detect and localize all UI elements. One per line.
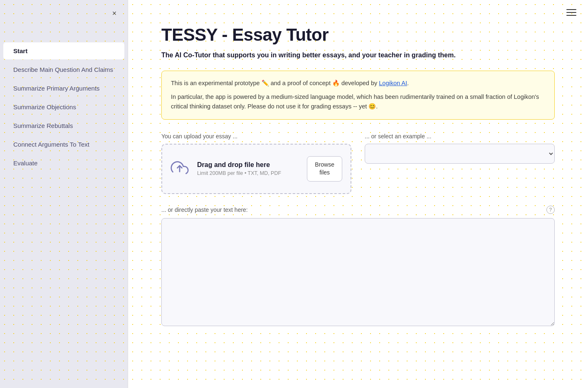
browse-button[interactable]: Browse files [307,156,342,182]
sidebar: × Start Describe Main Question And Claim… [0,0,128,388]
info-line2: In particular, the app is powered by a m… [171,92,545,111]
hamburger-line-1 [566,9,576,10]
help-icon[interactable]: ? [546,206,555,214]
logikon-ai-link[interactable]: Logikon AI [379,80,407,86]
page-title: TESSY - Essay Tutor [161,25,555,45]
upload-label: You can upload your essay ... [161,133,351,140]
info-line1-suffix: . [407,80,409,86]
upload-right: ... or select an example ... [365,133,555,164]
paste-label-row: ... or directly paste your text here: ? [161,206,555,214]
main-content: TESSY - Essay Tutor The AI Co-Tutor that… [128,0,588,388]
dropzone-hint: Limit 200MB per file • TXT, MD, PDF [197,170,299,176]
upload-section: You can upload your essay ... Drag and d… [161,133,555,194]
sidebar-item-connect-arguments[interactable]: Connect Arguments To Text [3,136,124,153]
sidebar-item-summarize-objections[interactable]: Summarize Objections [3,98,124,115]
dropzone-title: Drag and drop file here [197,161,299,169]
sidebar-nav: Start Describe Main Question And Claims … [0,42,128,172]
sidebar-item-evaluate[interactable]: Evaluate [3,155,124,172]
sidebar-item-start[interactable]: Start [3,42,124,59]
hamburger-line-2 [566,12,576,13]
example-select[interactable] [365,144,555,164]
paste-label: ... or directly paste your text here: [161,206,248,213]
info-line1-prefix: This is an experimental prototype ✏️ and… [171,80,379,86]
paste-section: ... or directly paste your text here: ? [161,206,555,328]
sidebar-item-summarize-rebuttals[interactable]: Summarize Rebuttals [3,117,124,134]
sidebar-item-describe[interactable]: Describe Main Question And Claims [3,61,124,78]
example-label: ... or select an example ... [365,133,555,140]
sidebar-item-summarize-primary[interactable]: Summarize Primary Arguments [3,80,124,97]
subtitle: The AI Co-Tutor that supports you in wri… [161,52,555,59]
upload-left: You can upload your essay ... Drag and d… [161,133,351,194]
dropzone-text: Drag and drop file here Limit 200MB per … [197,161,299,176]
info-box: This is an experimental prototype ✏️ and… [161,71,555,120]
paste-textarea[interactable] [161,218,555,326]
hamburger-line-3 [566,15,576,16]
dropzone[interactable]: Drag and drop file here Limit 200MB per … [161,144,351,194]
info-line1: This is an experimental prototype ✏️ and… [171,79,545,88]
upload-icon [170,160,189,178]
hamburger-button[interactable] [565,7,578,17]
close-button[interactable]: × [109,7,120,19]
